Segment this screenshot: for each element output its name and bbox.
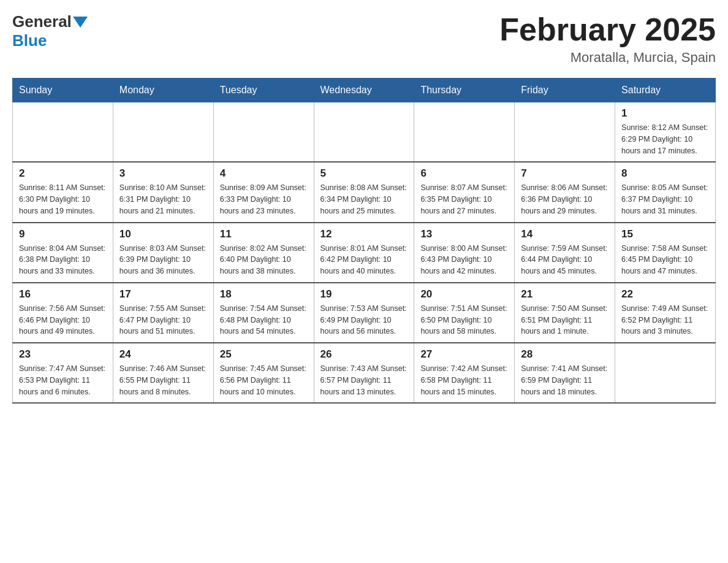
day-number: 16 — [19, 288, 107, 301]
day-number: 23 — [19, 348, 107, 361]
day-number: 10 — [119, 228, 207, 240]
calendar-header-row: SundayMondayTuesdayWednesdayThursdayFrid… — [13, 79, 716, 102]
day-of-week-header: Wednesday — [314, 79, 414, 102]
day-number: 18 — [220, 288, 308, 301]
calendar-cell: 26Sunrise: 7:43 AM Sunset: 6:57 PM Dayli… — [314, 343, 414, 403]
day-info: Sunrise: 8:00 AM Sunset: 6:43 PM Dayligh… — [420, 243, 508, 277]
day-info: Sunrise: 7:41 AM Sunset: 6:59 PM Dayligh… — [521, 363, 609, 397]
calendar-cell: 5Sunrise: 8:08 AM Sunset: 6:34 PM Daylig… — [314, 162, 414, 222]
day-info: Sunrise: 8:05 AM Sunset: 6:37 PM Dayligh… — [621, 182, 709, 216]
calendar-cell: 10Sunrise: 8:03 AM Sunset: 6:39 PM Dayli… — [113, 223, 213, 283]
day-info: Sunrise: 7:45 AM Sunset: 6:56 PM Dayligh… — [220, 363, 308, 397]
calendar-cell: 14Sunrise: 7:59 AM Sunset: 6:44 PM Dayli… — [515, 223, 615, 283]
day-info: Sunrise: 7:53 AM Sunset: 6:49 PM Dayligh… — [320, 303, 408, 337]
day-info: Sunrise: 7:58 AM Sunset: 6:45 PM Dayligh… — [621, 243, 709, 277]
calendar-cell: 6Sunrise: 8:07 AM Sunset: 6:35 PM Daylig… — [414, 162, 515, 222]
calendar-cell: 18Sunrise: 7:54 AM Sunset: 6:48 PM Dayli… — [213, 283, 314, 343]
day-number: 6 — [420, 167, 508, 180]
day-info: Sunrise: 7:47 AM Sunset: 6:53 PM Dayligh… — [19, 363, 107, 397]
calendar-cell — [515, 102, 615, 163]
day-number: 21 — [521, 288, 609, 301]
day-number: 24 — [119, 348, 207, 361]
calendar-cell: 3Sunrise: 8:10 AM Sunset: 6:31 PM Daylig… — [113, 162, 213, 222]
calendar-cell: 9Sunrise: 8:04 AM Sunset: 6:38 PM Daylig… — [13, 223, 113, 283]
calendar-week-row: 1Sunrise: 8:12 AM Sunset: 6:29 PM Daylig… — [13, 102, 716, 163]
page-header: General Blue February 2025 Moratalla, Mu… — [12, 12, 716, 66]
calendar-table: SundayMondayTuesdayWednesdayThursdayFrid… — [12, 78, 716, 404]
calendar-cell — [213, 102, 314, 163]
day-of-week-header: Monday — [113, 79, 213, 102]
day-info: Sunrise: 8:04 AM Sunset: 6:38 PM Dayligh… — [19, 243, 107, 277]
day-info: Sunrise: 8:12 AM Sunset: 6:29 PM Dayligh… — [621, 122, 709, 156]
calendar-cell: 19Sunrise: 7:53 AM Sunset: 6:49 PM Dayli… — [314, 283, 414, 343]
calendar-cell: 17Sunrise: 7:55 AM Sunset: 6:47 PM Dayli… — [113, 283, 213, 343]
calendar-cell: 23Sunrise: 7:47 AM Sunset: 6:53 PM Dayli… — [13, 343, 113, 403]
day-number: 22 — [621, 288, 709, 301]
calendar-cell: 1Sunrise: 8:12 AM Sunset: 6:29 PM Daylig… — [615, 102, 716, 163]
day-info: Sunrise: 8:02 AM Sunset: 6:40 PM Dayligh… — [220, 243, 308, 277]
day-info: Sunrise: 7:42 AM Sunset: 6:58 PM Dayligh… — [420, 363, 508, 397]
day-info: Sunrise: 8:10 AM Sunset: 6:31 PM Dayligh… — [119, 182, 207, 216]
day-number: 28 — [521, 348, 609, 361]
title-area: February 2025 Moratalla, Murcia, Spain — [499, 12, 716, 66]
day-info: Sunrise: 7:56 AM Sunset: 6:46 PM Dayligh… — [19, 303, 107, 337]
day-info: Sunrise: 8:11 AM Sunset: 6:30 PM Dayligh… — [19, 182, 107, 216]
day-number: 8 — [621, 167, 709, 180]
day-number: 1 — [621, 107, 709, 120]
calendar-cell: 21Sunrise: 7:50 AM Sunset: 6:51 PM Dayli… — [515, 283, 615, 343]
day-number: 20 — [420, 288, 508, 301]
day-number: 19 — [320, 288, 408, 301]
calendar-cell: 20Sunrise: 7:51 AM Sunset: 6:50 PM Dayli… — [414, 283, 515, 343]
logo-arrow-icon — [73, 17, 88, 28]
calendar-cell — [13, 102, 113, 163]
calendar-cell: 2Sunrise: 8:11 AM Sunset: 6:30 PM Daylig… — [13, 162, 113, 222]
day-number: 9 — [19, 228, 107, 240]
logo-blue-text: Blue — [12, 31, 47, 50]
day-number: 12 — [320, 228, 408, 240]
day-number: 4 — [220, 167, 308, 180]
calendar-cell: 11Sunrise: 8:02 AM Sunset: 6:40 PM Dayli… — [213, 223, 314, 283]
calendar-week-row: 23Sunrise: 7:47 AM Sunset: 6:53 PM Dayli… — [13, 343, 716, 403]
day-number: 13 — [420, 228, 508, 240]
calendar-cell: 4Sunrise: 8:09 AM Sunset: 6:33 PM Daylig… — [213, 162, 314, 222]
calendar-cell: 7Sunrise: 8:06 AM Sunset: 6:36 PM Daylig… — [515, 162, 615, 222]
calendar-cell — [314, 102, 414, 163]
day-number: 27 — [420, 348, 508, 361]
day-info: Sunrise: 7:43 AM Sunset: 6:57 PM Dayligh… — [320, 363, 408, 397]
calendar-cell: 27Sunrise: 7:42 AM Sunset: 6:58 PM Dayli… — [414, 343, 515, 403]
day-number: 2 — [19, 167, 107, 180]
day-info: Sunrise: 8:06 AM Sunset: 6:36 PM Dayligh… — [521, 182, 609, 216]
logo: General Blue — [12, 12, 88, 50]
day-number: 7 — [521, 167, 609, 180]
calendar-cell — [414, 102, 515, 163]
day-number: 17 — [119, 288, 207, 301]
calendar-week-row: 16Sunrise: 7:56 AM Sunset: 6:46 PM Dayli… — [13, 283, 716, 343]
calendar-cell: 12Sunrise: 8:01 AM Sunset: 6:42 PM Dayli… — [314, 223, 414, 283]
calendar-week-row: 9Sunrise: 8:04 AM Sunset: 6:38 PM Daylig… — [13, 223, 716, 283]
calendar-cell: 16Sunrise: 7:56 AM Sunset: 6:46 PM Dayli… — [13, 283, 113, 343]
day-info: Sunrise: 7:49 AM Sunset: 6:52 PM Dayligh… — [621, 303, 709, 337]
calendar-cell: 24Sunrise: 7:46 AM Sunset: 6:55 PM Dayli… — [113, 343, 213, 403]
calendar-cell: 8Sunrise: 8:05 AM Sunset: 6:37 PM Daylig… — [615, 162, 716, 222]
calendar-cell: 13Sunrise: 8:00 AM Sunset: 6:43 PM Dayli… — [414, 223, 515, 283]
day-info: Sunrise: 8:01 AM Sunset: 6:42 PM Dayligh… — [320, 243, 408, 277]
calendar-cell — [615, 343, 716, 403]
day-info: Sunrise: 7:46 AM Sunset: 6:55 PM Dayligh… — [119, 363, 207, 397]
day-of-week-header: Friday — [515, 79, 615, 102]
day-number: 25 — [220, 348, 308, 361]
day-number: 11 — [220, 228, 308, 240]
day-info: Sunrise: 8:03 AM Sunset: 6:39 PM Dayligh… — [119, 243, 207, 277]
day-info: Sunrise: 8:08 AM Sunset: 6:34 PM Dayligh… — [320, 182, 408, 216]
day-info: Sunrise: 7:50 AM Sunset: 6:51 PM Dayligh… — [521, 303, 609, 337]
day-number: 14 — [521, 228, 609, 240]
calendar-week-row: 2Sunrise: 8:11 AM Sunset: 6:30 PM Daylig… — [13, 162, 716, 222]
day-number: 3 — [119, 167, 207, 180]
logo-general-text: General — [12, 12, 72, 31]
day-of-week-header: Sunday — [13, 79, 113, 102]
location-subtitle: Moratalla, Murcia, Spain — [499, 50, 716, 66]
month-title: February 2025 — [499, 12, 716, 47]
day-info: Sunrise: 7:59 AM Sunset: 6:44 PM Dayligh… — [521, 243, 609, 277]
day-info: Sunrise: 7:55 AM Sunset: 6:47 PM Dayligh… — [119, 303, 207, 337]
day-of-week-header: Tuesday — [213, 79, 314, 102]
day-of-week-header: Saturday — [615, 79, 716, 102]
